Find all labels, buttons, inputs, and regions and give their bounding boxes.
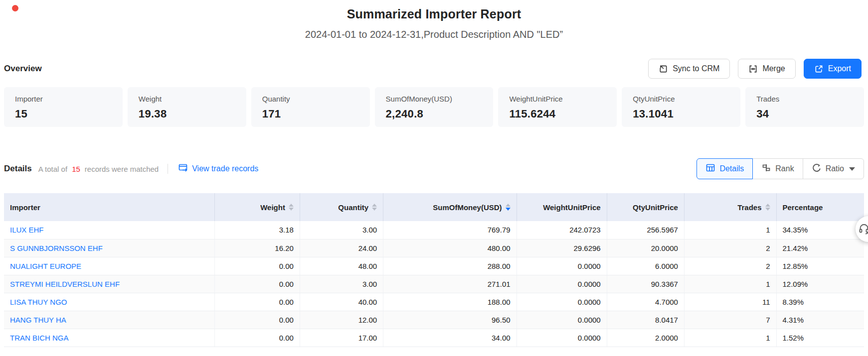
ratio-icon [812,163,822,175]
sync-to-crm-label: Sync to CRM [673,64,719,73]
tab-label: Details [719,164,744,173]
cell-trades: 7 [684,311,776,329]
card-value: 15 [15,108,112,120]
overview-card-qtyunitprice: QtyUnitPrice13.1041 [622,87,740,127]
cell-trades: 11 [684,293,776,311]
cell-sumofmoney-usd-: 480.00 [383,239,517,257]
importer-link[interactable]: STREYMI HEILDVERSLUN EHF [10,280,120,288]
column-label: Weight [260,203,285,212]
table-row: NUALIGHT EUROPE0.0048.00288.000.00006.00… [4,257,864,275]
card-label: SumOfMoney(USD) [386,95,483,103]
cell-qtyunitprice: 90.3367 [607,275,684,293]
view-mode-switcher: DetailsRankRatio [696,158,864,179]
export-button[interactable]: Export [804,59,862,79]
column-label: Importer [10,203,40,212]
sort-icon[interactable] [506,204,511,211]
cell-trades: 1 [684,329,776,347]
importer-cell: S GUNNBJORNSSON EHF [4,239,215,257]
sort-icon[interactable] [289,204,294,211]
overview-card-weight: Weight19.38 [128,87,246,127]
overview-cards: Importer15Weight19.38Quantity171SumOfMon… [4,87,864,127]
cell-percentage: 12.85% [776,257,864,275]
table-row: ILUX EHF3.183.00769.79242.0723256.596713… [4,221,864,239]
importer-cell: NUALIGHT EUROPE [4,257,215,275]
importer-link[interactable]: TRAN BICH NGA [10,334,69,342]
sort-desc-caret [765,208,770,211]
cell-weight: 0.00 [215,257,300,275]
cell-sumofmoney-usd-: 34.00 [383,329,517,347]
merge-button[interactable]: Merge [738,59,795,79]
importer-link[interactable]: HANG THUY HA [10,316,66,324]
cell-weightunitprice: 242.0723 [517,221,607,239]
view-trade-records-link[interactable]: View trade records [178,163,258,175]
card-value: 19.38 [139,108,235,120]
table-row: STREYMI HEILDVERSLUN EHF0.003.00271.010.… [4,275,864,293]
tab-details[interactable]: Details [696,158,753,179]
sort-icon[interactable] [372,204,377,211]
sort-asc-caret [506,204,511,207]
overview-card-trades: Trades34 [745,87,864,127]
table-row: S GUNNBJORNSSON EHF16.2024.00480.0029.62… [4,239,864,257]
importer-link[interactable]: S GUNNBJORNSSON EHF [10,244,103,252]
toolbar-button-group: Sync to CRM Merge Export [648,59,862,79]
column-label: WeightUnitPrice [543,203,601,212]
column-label: Trades [737,203,761,212]
column-header-importer: Importer [4,193,215,221]
column-label: QtyUnitPrice [633,203,678,212]
importer-link[interactable]: LISA THUY NGO [10,298,67,306]
cell-qtyunitprice: 2.0000 [607,329,684,347]
export-label: Export [828,64,851,73]
sort-icon[interactable] [765,204,770,211]
column-label: SumOfMoney(USD) [433,203,502,212]
card-label: QtyUnitPrice [633,95,729,103]
importer-link[interactable]: ILUX EHF [10,226,44,234]
column-label: Quantity [338,203,368,212]
card-label: Importer [15,95,112,103]
view-trade-records-label: View trade records [192,164,258,173]
importer-cell: LISA THUY NGO [4,293,215,311]
merge-icon [748,64,758,74]
card-label: Weight [139,95,235,103]
cell-weightunitprice: 0.0000 [517,329,607,347]
column-header-sumofmoney-usd-[interactable]: SumOfMoney(USD) [383,193,517,221]
cell-trades: 2 [684,239,776,257]
cell-quantity: 40.00 [300,293,383,311]
cell-weight: 0.00 [215,329,300,347]
details-summary: Details A total of 15 records were match… [4,163,258,175]
cell-percentage: 34.35% [776,221,864,239]
cell-weightunitprice: 29.6296 [517,239,607,257]
table-row: TRAN BICH NGA0.0017.0034.000.00002.00001… [4,329,864,347]
sort-asc-caret [372,204,377,207]
cell-weight: 0.00 [215,311,300,329]
cell-weight: 0.00 [215,293,300,311]
overview-card-importer: Importer15 [4,87,123,127]
page-subtitle: 2024-01-01 to 2024-12-31,Product Descrip… [0,29,868,40]
sync-to-crm-button[interactable]: Sync to CRM [648,59,730,79]
importer-cell: TRAN BICH NGA [4,329,215,347]
column-label: Percentage [783,203,823,212]
cell-quantity: 12.00 [300,311,383,329]
cell-quantity: 17.00 [300,329,383,347]
sort-desc-caret [372,208,377,211]
matched-prefix: A total of [38,165,67,173]
tab-label: Ratio [826,164,844,173]
column-header-weight[interactable]: Weight [215,193,300,221]
table-row: HANG THUY HA0.0012.0096.500.00008.041774… [4,311,864,329]
cell-trades: 1 [684,221,776,239]
cell-qtyunitprice: 4.7000 [607,293,684,311]
cell-weightunitprice: 0.0000 [517,257,607,275]
card-value: 34 [756,108,853,120]
cell-sumofmoney-usd-: 769.79 [383,221,517,239]
cell-weight: 3.18 [215,221,300,239]
rank-icon [761,163,771,175]
importer-link[interactable]: NUALIGHT EUROPE [10,262,81,270]
tab-rank[interactable]: Rank [752,158,803,179]
table-grid-icon [705,163,715,175]
column-header-trades[interactable]: Trades [684,193,776,221]
card-label: Trades [756,95,853,103]
column-header-quantity[interactable]: Quantity [300,193,383,221]
sort-asc-caret [289,204,294,207]
recording-dot-indicator [12,5,18,11]
cell-quantity: 3.00 [300,221,383,239]
tab-ratio[interactable]: Ratio [803,158,864,179]
